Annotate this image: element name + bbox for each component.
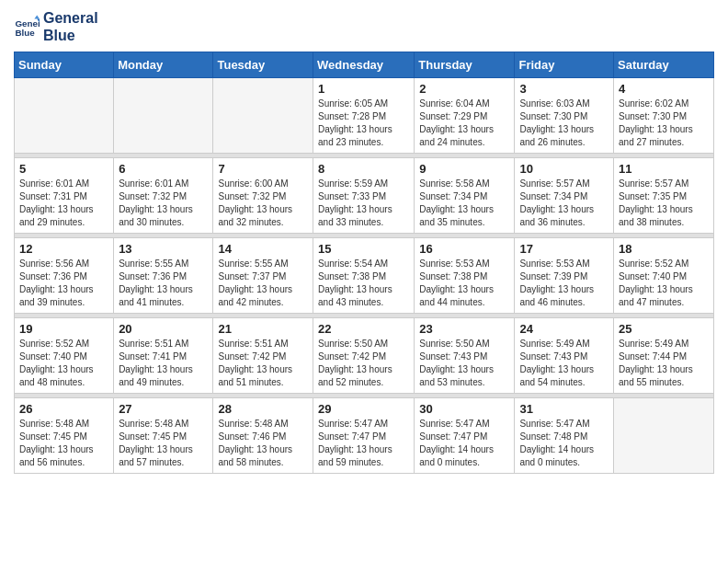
day-info: Sunrise: 6:00 AM Sunset: 7:32 PM Dayligh…: [218, 178, 308, 229]
calendar-cell: 23Sunrise: 5:50 AM Sunset: 7:43 PM Dayli…: [415, 318, 515, 394]
logo-icon: General Blue: [14, 14, 40, 40]
day-number: 8: [318, 162, 409, 176]
day-number: 23: [419, 322, 509, 336]
day-number: 28: [218, 402, 308, 416]
calendar-cell: [213, 78, 313, 154]
day-info: Sunrise: 5:57 AM Sunset: 7:35 PM Dayligh…: [619, 178, 709, 229]
calendar-cell: [15, 78, 114, 154]
day-number: 14: [218, 242, 308, 256]
day-number: 6: [119, 162, 208, 176]
day-info: Sunrise: 5:52 AM Sunset: 7:40 PM Dayligh…: [619, 258, 709, 309]
day-info: Sunrise: 5:48 AM Sunset: 7:46 PM Dayligh…: [218, 418, 308, 469]
day-number: 18: [619, 242, 709, 256]
calendar-cell: 15Sunrise: 5:54 AM Sunset: 7:38 PM Dayli…: [313, 238, 415, 314]
calendar-cell: 11Sunrise: 5:57 AM Sunset: 7:35 PM Dayli…: [614, 158, 714, 234]
weekday-header-friday: Friday: [515, 52, 614, 78]
calendar-cell: 27Sunrise: 5:48 AM Sunset: 7:45 PM Dayli…: [114, 398, 213, 474]
calendar-cell: 17Sunrise: 5:53 AM Sunset: 7:39 PM Dayli…: [515, 238, 614, 314]
day-number: 20: [119, 322, 208, 336]
calendar-week-row: 1Sunrise: 6:05 AM Sunset: 7:28 PM Daylig…: [15, 78, 714, 154]
day-number: 7: [218, 162, 308, 176]
day-info: Sunrise: 5:52 AM Sunset: 7:40 PM Dayligh…: [19, 338, 108, 389]
day-info: Sunrise: 5:51 AM Sunset: 7:41 PM Dayligh…: [119, 338, 208, 389]
calendar-cell: 2Sunrise: 6:04 AM Sunset: 7:29 PM Daylig…: [415, 78, 515, 154]
calendar-cell: 13Sunrise: 5:55 AM Sunset: 7:36 PM Dayli…: [114, 238, 213, 314]
calendar-cell: 5Sunrise: 6:01 AM Sunset: 7:31 PM Daylig…: [15, 158, 114, 234]
calendar-week-row: 5Sunrise: 6:01 AM Sunset: 7:31 PM Daylig…: [15, 158, 714, 234]
day-info: Sunrise: 5:56 AM Sunset: 7:36 PM Dayligh…: [19, 258, 108, 309]
calendar-cell: 8Sunrise: 5:59 AM Sunset: 7:33 PM Daylig…: [313, 158, 415, 234]
calendar-cell: 22Sunrise: 5:50 AM Sunset: 7:42 PM Dayli…: [313, 318, 415, 394]
day-number: 27: [119, 402, 208, 416]
calendar-week-row: 19Sunrise: 5:52 AM Sunset: 7:40 PM Dayli…: [15, 318, 714, 394]
weekday-header-monday: Monday: [114, 52, 213, 78]
calendar-cell: [114, 78, 213, 154]
calendar-cell: 4Sunrise: 6:02 AM Sunset: 7:30 PM Daylig…: [614, 78, 714, 154]
day-number: 16: [419, 242, 509, 256]
logo-line1: General: [43, 9, 98, 27]
calendar-cell: 1Sunrise: 6:05 AM Sunset: 7:28 PM Daylig…: [313, 78, 415, 154]
calendar-cell: 12Sunrise: 5:56 AM Sunset: 7:36 PM Dayli…: [15, 238, 114, 314]
svg-text:Blue: Blue: [15, 28, 35, 38]
day-info: Sunrise: 6:01 AM Sunset: 7:31 PM Dayligh…: [19, 178, 108, 229]
day-number: 22: [318, 322, 409, 336]
day-number: 12: [19, 242, 108, 256]
calendar-cell: 14Sunrise: 5:55 AM Sunset: 7:37 PM Dayli…: [213, 238, 313, 314]
calendar-cell: 24Sunrise: 5:49 AM Sunset: 7:43 PM Dayli…: [515, 318, 614, 394]
day-info: Sunrise: 5:58 AM Sunset: 7:34 PM Dayligh…: [419, 178, 509, 229]
calendar-cell: 31Sunrise: 5:47 AM Sunset: 7:48 PM Dayli…: [515, 398, 614, 474]
day-info: Sunrise: 5:48 AM Sunset: 7:45 PM Dayligh…: [19, 418, 108, 469]
calendar-cell: 25Sunrise: 5:49 AM Sunset: 7:44 PM Dayli…: [614, 318, 714, 394]
calendar-cell: 10Sunrise: 5:57 AM Sunset: 7:34 PM Dayli…: [515, 158, 614, 234]
day-number: 3: [519, 82, 609, 96]
day-info: Sunrise: 5:50 AM Sunset: 7:43 PM Dayligh…: [419, 338, 509, 389]
calendar-cell: 7Sunrise: 6:00 AM Sunset: 7:32 PM Daylig…: [213, 158, 313, 234]
day-number: 15: [318, 242, 409, 256]
calendar-cell: 16Sunrise: 5:53 AM Sunset: 7:38 PM Dayli…: [415, 238, 515, 314]
day-info: Sunrise: 5:53 AM Sunset: 7:39 PM Dayligh…: [519, 258, 609, 309]
day-info: Sunrise: 5:47 AM Sunset: 7:48 PM Dayligh…: [519, 418, 609, 469]
day-number: 2: [419, 82, 509, 96]
calendar-cell: 18Sunrise: 5:52 AM Sunset: 7:40 PM Dayli…: [614, 238, 714, 314]
day-info: Sunrise: 5:55 AM Sunset: 7:37 PM Dayligh…: [218, 258, 308, 309]
calendar-cell: 26Sunrise: 5:48 AM Sunset: 7:45 PM Dayli…: [15, 398, 114, 474]
weekday-header-thursday: Thursday: [415, 52, 515, 78]
day-number: 25: [619, 322, 709, 336]
day-info: Sunrise: 5:49 AM Sunset: 7:44 PM Dayligh…: [619, 338, 709, 389]
calendar-cell: 21Sunrise: 5:51 AM Sunset: 7:42 PM Dayli…: [213, 318, 313, 394]
day-number: 31: [519, 402, 609, 416]
weekday-header-wednesday: Wednesday: [313, 52, 415, 78]
page-header: General Blue General Blue: [14, 9, 714, 44]
weekday-header-tuesday: Tuesday: [213, 52, 313, 78]
svg-marker-2: [34, 16, 40, 19]
calendar-cell: 20Sunrise: 5:51 AM Sunset: 7:41 PM Dayli…: [114, 318, 213, 394]
day-number: 29: [318, 402, 409, 416]
day-number: 19: [19, 322, 108, 336]
day-info: Sunrise: 6:04 AM Sunset: 7:29 PM Dayligh…: [419, 98, 509, 149]
day-info: Sunrise: 6:02 AM Sunset: 7:30 PM Dayligh…: [619, 98, 709, 149]
day-info: Sunrise: 5:49 AM Sunset: 7:43 PM Dayligh…: [519, 338, 609, 389]
day-number: 1: [318, 82, 409, 96]
day-number: 21: [218, 322, 308, 336]
day-number: 13: [119, 242, 208, 256]
calendar-week-row: 26Sunrise: 5:48 AM Sunset: 7:45 PM Dayli…: [15, 398, 714, 474]
day-info: Sunrise: 5:55 AM Sunset: 7:36 PM Dayligh…: [119, 258, 208, 309]
logo-line2: Blue: [43, 27, 98, 44]
weekday-header-row: SundayMondayTuesdayWednesdayThursdayFrid…: [15, 52, 714, 78]
calendar-cell: 30Sunrise: 5:47 AM Sunset: 7:47 PM Dayli…: [415, 398, 515, 474]
day-number: 30: [419, 402, 509, 416]
calendar-cell: 6Sunrise: 6:01 AM Sunset: 7:32 PM Daylig…: [114, 158, 213, 234]
day-info: Sunrise: 6:03 AM Sunset: 7:30 PM Dayligh…: [519, 98, 609, 149]
day-info: Sunrise: 5:47 AM Sunset: 7:47 PM Dayligh…: [419, 418, 509, 469]
day-info: Sunrise: 5:54 AM Sunset: 7:38 PM Dayligh…: [318, 258, 409, 309]
weekday-header-saturday: Saturday: [614, 52, 714, 78]
day-info: Sunrise: 6:01 AM Sunset: 7:32 PM Dayligh…: [119, 178, 208, 229]
day-number: 9: [419, 162, 509, 176]
day-number: 10: [519, 162, 609, 176]
day-info: Sunrise: 5:48 AM Sunset: 7:45 PM Dayligh…: [119, 418, 208, 469]
day-info: Sunrise: 5:47 AM Sunset: 7:47 PM Dayligh…: [318, 418, 409, 469]
calendar-week-row: 12Sunrise: 5:56 AM Sunset: 7:36 PM Dayli…: [15, 238, 714, 314]
day-number: 5: [19, 162, 108, 176]
calendar-cell: 3Sunrise: 6:03 AM Sunset: 7:30 PM Daylig…: [515, 78, 614, 154]
calendar-cell: 19Sunrise: 5:52 AM Sunset: 7:40 PM Dayli…: [15, 318, 114, 394]
